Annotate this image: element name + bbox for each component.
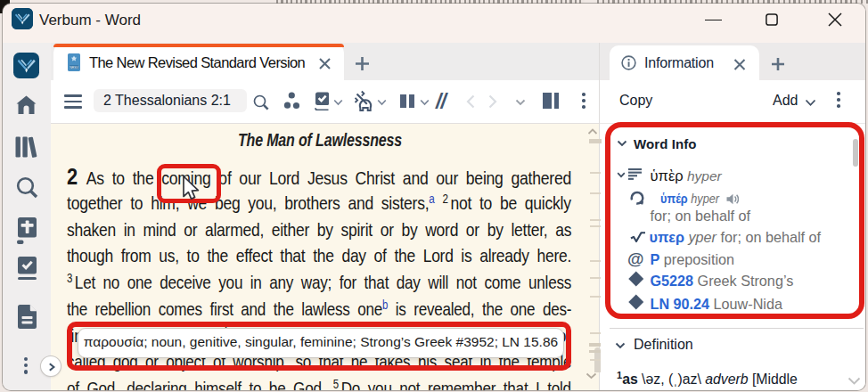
svg-text:NRSV: NRSV — [70, 66, 78, 69]
